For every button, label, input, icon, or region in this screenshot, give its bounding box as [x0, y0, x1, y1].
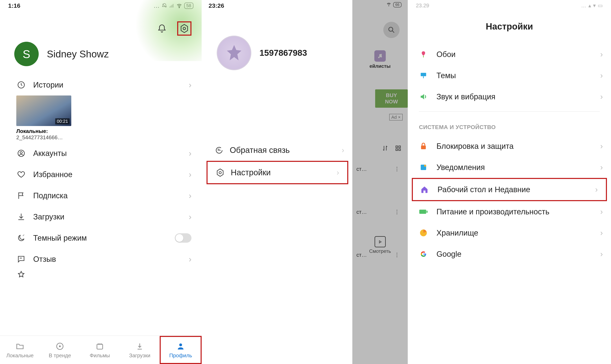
tab-profile[interactable]: Профиль	[160, 336, 202, 364]
screenshot-dimmed-background: 66 ейлисты BUY NOW Ad × ст…⋮ ст…⋮ ст…⋮ С…	[352, 0, 408, 364]
account-menu: Обратная связь › Настройки ›	[202, 140, 352, 184]
chevron-right-icon: ›	[189, 255, 191, 264]
history-thumbnail-block[interactable]: 00:21 Локальные: 2_544277314666…	[0, 95, 202, 143]
screenshot-profile-screen: 1:16 … 58 S Sidney Showz	[0, 0, 202, 364]
profile-tab-icon	[176, 341, 186, 351]
divider	[419, 111, 600, 112]
svg-line-19	[392, 31, 394, 33]
more-icon[interactable]: ⋮	[394, 209, 399, 215]
tab-local[interactable]: Локальные	[0, 336, 40, 364]
svg-point-6	[20, 152, 22, 154]
settings-sound[interactable]: Звук и вибрация ›	[408, 86, 611, 107]
notifications-icon	[419, 163, 428, 172]
storage-icon	[419, 228, 428, 237]
highlight-home-row: Рабочий стол и Недавние ›	[412, 178, 607, 201]
settings-home-recents[interactable]: Рабочий стол и Недавние ›	[413, 179, 606, 200]
buy-now-button[interactable]: BUY NOW	[375, 89, 408, 108]
list-item[interactable]: ст…⋮	[352, 172, 408, 215]
menu-feedback[interactable]: Обратная связь ›	[202, 140, 352, 161]
sort-icon[interactable]	[382, 145, 389, 152]
chevron-right-icon: ›	[600, 208, 603, 216]
battery-icon: ▭	[598, 2, 603, 9]
moon-icon	[16, 233, 26, 243]
settings-themes-label: Темы	[437, 71, 592, 80]
account-icon	[16, 148, 26, 158]
settings-themes[interactable]: Темы ›	[408, 65, 611, 86]
status-bar: 23.29 … ▴ ▾ ▭	[408, 0, 611, 11]
tab-movies-label: Фильмы	[90, 352, 110, 359]
chat-icon	[215, 146, 224, 155]
watch-icon	[374, 236, 386, 247]
list-item[interactable]: ст…⋮	[352, 152, 408, 172]
user-id: 1597867983	[259, 48, 307, 58]
playlist-tile-icon[interactable]	[374, 50, 386, 62]
darkmode-toggle[interactable]	[175, 233, 191, 243]
tab-movies[interactable]: Фильмы	[80, 336, 120, 364]
chevron-right-icon: ›	[600, 250, 603, 259]
menu-settings[interactable]: Настройки ›	[208, 162, 347, 183]
comment-icon	[16, 254, 26, 264]
settings-wallpaper[interactable]: Обои ›	[408, 44, 611, 65]
svg-rect-33	[426, 211, 427, 213]
video-thumbnail[interactable]: 00:21	[16, 95, 71, 126]
svg-rect-27	[421, 73, 426, 76]
menu-cutoff-row[interactable]	[0, 270, 202, 280]
svg-point-14	[179, 343, 182, 346]
search-button[interactable]	[383, 22, 399, 38]
more-icon[interactable]: ⋮	[394, 166, 399, 172]
settings-button[interactable]	[177, 21, 191, 36]
thumb-title: Локальные:	[16, 128, 202, 134]
status-time: 1:16	[8, 2, 20, 9]
menu-favorites[interactable]: Избранное ›	[0, 164, 202, 185]
watch-label: Смотреть	[352, 248, 408, 254]
bottom-tab-watch[interactable]: Смотреть	[352, 236, 408, 254]
svg-point-3	[183, 27, 186, 30]
tab-downloads[interactable]: Загрузки	[120, 336, 160, 364]
more-dots-icon: …	[581, 2, 586, 9]
menu-history-label: Истории	[33, 81, 182, 89]
thumb-subtitle: 2_544277314666…	[16, 134, 202, 141]
chevron-right-icon: ›	[189, 170, 191, 179]
playlists-label: ейлисты	[370, 62, 391, 69]
account-header[interactable]: 1597867983	[202, 11, 352, 82]
menu-downloads-label: Загрузки	[33, 212, 182, 221]
menu-accounts[interactable]: Аккаунты ›	[0, 143, 202, 164]
svg-point-21	[380, 56, 382, 57]
tab-trending-label: В тренде	[49, 352, 71, 359]
video-duration: 00:21	[55, 118, 70, 124]
menu-history[interactable]: Истории ›	[0, 74, 202, 95]
status-bar: 23:26	[202, 0, 352, 11]
history-icon	[16, 80, 26, 90]
chevron-right-icon: ›	[600, 92, 603, 101]
menu-downloads[interactable]: Загрузки ›	[0, 206, 202, 227]
chevron-right-icon: ›	[595, 185, 598, 194]
svg-marker-2	[181, 25, 187, 33]
settings-lock[interactable]: Блокировка и защита ›	[408, 136, 611, 157]
tab-downloads-label: Загрузки	[129, 352, 150, 359]
chevron-right-icon: ›	[600, 229, 603, 237]
settings-notifications[interactable]: Уведомления ›	[408, 157, 611, 178]
ad-badge[interactable]: Ad ×	[389, 114, 403, 120]
settings-storage[interactable]: Хранилище ›	[408, 222, 611, 244]
play-circle-icon	[55, 341, 65, 351]
svg-rect-29	[421, 145, 426, 149]
star-icon	[225, 43, 244, 63]
screenshot-settings-screen: 23.29 … ▴ ▾ ▭ Настройки Обои › Темы › Зв…	[408, 0, 611, 364]
menu-feedback[interactable]: Отзыв ›	[0, 248, 202, 270]
settings-google-label: Google	[437, 250, 592, 259]
gear-icon	[216, 168, 225, 177]
grid-icon[interactable]	[395, 145, 402, 152]
star-outline-icon	[16, 270, 26, 280]
svg-marker-15	[217, 169, 223, 176]
menu-subscription[interactable]: Подписка ›	[0, 185, 202, 206]
wifi-icon: ▾	[593, 2, 596, 9]
signal-icon: ▴	[588, 2, 591, 9]
svg-point-20	[378, 57, 380, 58]
chevron-right-icon: ›	[600, 142, 603, 151]
settings-power[interactable]: Питание и производительность ›	[408, 201, 611, 222]
svg-rect-32	[419, 210, 426, 214]
tab-trending[interactable]: В тренде	[40, 336, 80, 364]
tab-profile-label: Профиль	[169, 352, 192, 359]
notifications-button[interactable]	[155, 21, 169, 36]
settings-google[interactable]: Google ›	[408, 244, 611, 265]
